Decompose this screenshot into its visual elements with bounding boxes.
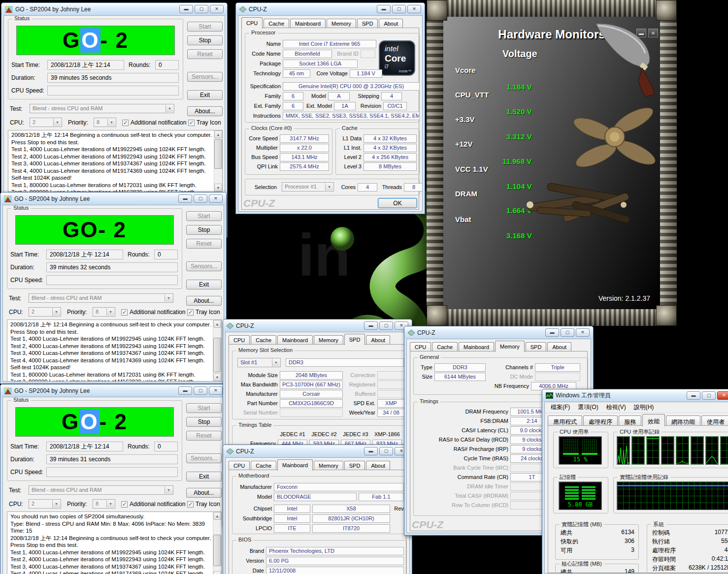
tab-performance[interactable]: 效能 [642, 414, 665, 426]
tab-memory[interactable]: Memory [327, 19, 356, 28]
menu-options[interactable]: 選項(O) [574, 402, 602, 413]
close-button[interactable]: ✕ [210, 5, 224, 13]
additional-notification-checkbox[interactable]: ✓ [121, 501, 128, 508]
tab-spd[interactable]: SPD [344, 334, 365, 345]
tray-icon-checkbox[interactable]: ✓ [187, 309, 194, 316]
tab-spd[interactable]: SPD [357, 19, 378, 28]
cpu-dropdown[interactable]: 2▼ [29, 307, 61, 317]
tab-services[interactable]: 服務 [619, 415, 641, 426]
maximize-button[interactable]: ▢ [379, 447, 393, 455]
stop-button[interactable]: Stop [186, 417, 222, 427]
log-box[interactable]: You should run two copies of SP2004 simu… [7, 511, 222, 574]
titlebar[interactable]: GO - SP2004 by Johnny Lee ▬▢✕ [0, 192, 226, 205]
maximize-button[interactable]: ▢ [561, 328, 574, 337]
about-button[interactable]: About... [187, 106, 223, 116]
tab-mainboard[interactable]: Mainboard [277, 459, 313, 471]
minimize-button[interactable]: ▬ [179, 5, 193, 13]
close-button[interactable]: ✕ [209, 386, 223, 395]
tab-processes[interactable]: 處理程序 [583, 415, 618, 426]
sensors-button[interactable]: Sensors... [187, 72, 223, 82]
slot-select[interactable]: Slot #1▼ [237, 358, 281, 367]
close-button[interactable]: ✕ [209, 194, 223, 203]
tab-about[interactable]: About [379, 19, 403, 28]
minimize-button[interactable]: ▬ [364, 447, 378, 455]
minimize-button[interactable]: ▬ [687, 391, 700, 400]
menu-file[interactable]: 檔案(F) [547, 402, 574, 413]
about-button[interactable]: About... [186, 488, 222, 498]
tab-users[interactable]: 使用者 [701, 415, 728, 426]
tab-cpu[interactable]: CPU [229, 335, 250, 345]
tab-mainboard[interactable]: Mainboard [290, 19, 326, 28]
log-scrollbar[interactable]: ▲▼ [213, 512, 221, 574]
reset-button[interactable]: Reset [187, 49, 223, 59]
titlebar[interactable]: GO - SP2004 by Johnny Lee ▬▢✕ [0, 384, 226, 397]
tab-cpu[interactable]: CPU [241, 17, 263, 29]
minimize-button[interactable]: ▬ [178, 194, 192, 203]
sensors-button[interactable]: Sensors... [186, 261, 222, 271]
tab-memory[interactable]: Memory [314, 461, 343, 470]
log-scrollbar[interactable]: ▲▼ [214, 130, 222, 191]
tab-networking[interactable]: 網路功能 [666, 415, 700, 426]
exit-button[interactable]: Exit [187, 90, 223, 100]
tab-cache[interactable]: Cache [251, 335, 276, 345]
reset-button[interactable]: Reset [186, 431, 222, 441]
tab-cache[interactable]: Cache [432, 342, 458, 351]
maximize-button[interactable]: ▢ [194, 386, 207, 395]
test-dropdown[interactable]: Blend - stress CPU and RAM▼ [30, 104, 174, 113]
minimize-button[interactable]: ▬ [178, 386, 192, 395]
minimize-button[interactable]: ▬ [364, 321, 378, 330]
maximize-button[interactable]: ▢ [194, 194, 207, 203]
close-button[interactable]: ✕ [717, 391, 728, 400]
tray-icon-checkbox[interactable]: ✓ [188, 120, 195, 126]
tab-applications[interactable]: 應用程式 [548, 415, 582, 426]
tab-mainboard[interactable]: Mainboard [459, 342, 494, 351]
log-box[interactable]: 2008/12/18 上午 12:14 Beginning a continuo… [7, 319, 222, 382]
log-box[interactable]: 2008/12/18 上午 12:14 Beginning a continuo… [8, 130, 223, 192]
start-button[interactable]: Start [187, 22, 223, 32]
titlebar[interactable]: CPU-Z ▬▢✕ [223, 445, 412, 457]
titlebar[interactable]: CPU-Z ▬▢✕ [223, 319, 412, 332]
cpu-dropdown[interactable]: 2▼ [30, 118, 62, 127]
tab-about[interactable]: About [547, 342, 571, 351]
tab-mainboard[interactable]: Mainboard [277, 335, 313, 345]
priority-dropdown[interactable]: 8▼ [93, 307, 115, 317]
titlebar[interactable]: CPU-Z ▬▢✕ [404, 326, 593, 339]
cpu-dropdown[interactable]: 2▼ [29, 499, 61, 509]
titlebar[interactable]: Windows 工作管理員 ▬▢✕ [542, 389, 728, 402]
maximize-button[interactable]: ▢ [702, 391, 716, 400]
menu-view[interactable]: 檢視(V) [602, 402, 630, 413]
start-button[interactable]: Start [186, 403, 222, 413]
priority-dropdown[interactable]: 8▼ [93, 499, 115, 509]
additional-notification-checkbox[interactable]: ✓ [122, 120, 129, 126]
tray-icon-checkbox[interactable]: ✓ [187, 501, 194, 508]
stop-button[interactable]: Stop [187, 35, 223, 45]
start-button[interactable]: Start [186, 211, 222, 221]
maximize-button[interactable]: ▢ [379, 321, 393, 330]
maximize-button[interactable]: ▢ [392, 5, 406, 13]
processor-select[interactable]: Processor #1▼ [282, 182, 334, 191]
tab-spd[interactable]: SPD [344, 461, 365, 470]
menu-help[interactable]: 說明(H) [630, 402, 658, 413]
titlebar[interactable]: CPU-Z ▬▢✕ [236, 3, 425, 15]
test-dropdown[interactable]: Blend - stress CPU and RAM▼ [29, 485, 173, 495]
tab-memory[interactable]: Memory [314, 335, 343, 345]
close-button[interactable]: ✕ [576, 328, 590, 337]
stop-button[interactable]: Stop [186, 225, 222, 235]
ok-button[interactable]: OK [378, 198, 417, 208]
exit-button[interactable]: Exit [186, 280, 222, 289]
about-button[interactable]: About... [186, 296, 222, 306]
minimize-button[interactable]: ▬ [545, 328, 559, 337]
additional-notification-checkbox[interactable]: ✓ [121, 309, 128, 316]
tab-memory[interactable]: Memory [495, 341, 525, 352]
tab-about[interactable]: About [366, 335, 390, 345]
tab-cpu[interactable]: CPU [410, 342, 431, 351]
test-dropdown[interactable]: Blend - stress CPU and RAM▼ [29, 293, 173, 303]
reset-button[interactable]: Reset [186, 239, 222, 249]
tab-cpu[interactable]: CPU [229, 461, 250, 470]
tab-spd[interactable]: SPD [526, 342, 547, 351]
priority-dropdown[interactable]: 8▼ [94, 118, 116, 127]
sensors-button[interactable]: Sensors... [186, 453, 222, 463]
tab-cache[interactable]: Cache [264, 19, 289, 28]
tab-cache[interactable]: Cache [251, 461, 276, 470]
tab-about[interactable]: About [366, 461, 390, 470]
